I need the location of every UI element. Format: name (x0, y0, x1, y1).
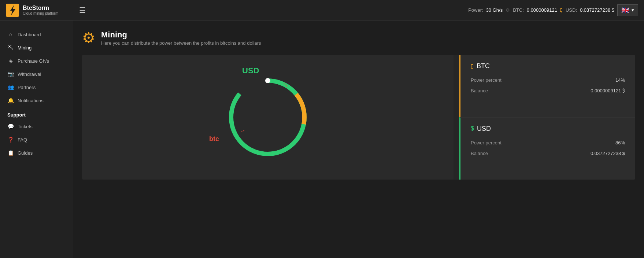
hamburger-button[interactable]: ☰ (79, 6, 86, 15)
logo-text: BtcStorm Cloud mining platform (23, 5, 58, 15)
btc-stat-card: ₿ BTC Power percent 14% Balance 0.000000… (459, 55, 635, 117)
logo-title: BtcStorm (23, 5, 58, 11)
home-icon: ⌂ (7, 32, 14, 37)
sidebar-item-notifications[interactable]: 🔔 Notifications (0, 94, 73, 107)
usd-icon: $ (471, 125, 474, 132)
sidebar-label-tickets: Tickets (18, 124, 33, 129)
usd-value-top: 0.0372727238 $ (580, 7, 614, 13)
sidebar-item-guides[interactable]: 📋 Guides (0, 146, 73, 159)
usd-power-value: 86% (615, 140, 625, 145)
faq-icon: ❓ (7, 137, 14, 143)
sidebar-label-purchase: Purchase Gh/s (18, 58, 49, 64)
sidebar-item-dashboard[interactable]: ⌂ Dashboard (0, 28, 73, 41)
bell-icon: 🔔 (7, 97, 14, 103)
sidebar-label-notifications: Notifications (18, 98, 44, 103)
usd-power-label: Power percent (471, 140, 501, 145)
sidebar-item-faq[interactable]: ❓ FAQ (0, 133, 73, 146)
usd-balance-row: Balance 0.0372727238 $ (471, 151, 625, 156)
language-button[interactable]: 🇬🇧 ▾ (617, 4, 638, 16)
btc-value: 0.0000009121 (527, 7, 557, 13)
layout: ⌂ Dashboard ⛏ Mining ◈ Purchase Gh/s 📷 W… (0, 21, 644, 258)
topbar-right: Power: 30 Gh/s ⚙ BTC: 0.0000009121 ₿ USD… (468, 4, 638, 16)
support-section-label: Support (0, 107, 73, 120)
btc-balance-label: Balance (471, 88, 488, 93)
stats-area: ₿ BTC Power percent 14% Balance 0.000000… (459, 55, 635, 180)
mining-content: USD → btc → (82, 55, 635, 180)
logo-subtitle: Cloud mining platform (23, 11, 58, 15)
boundary-dot (265, 78, 270, 83)
topbar: BtcStorm Cloud mining platform ☰ Power: … (0, 0, 644, 21)
btc-card-title: ₿ BTC (471, 62, 625, 70)
sidebar-item-purchase[interactable]: ◈ Purchase Gh/s (0, 54, 73, 67)
partners-icon: 👥 (7, 84, 14, 90)
sidebar-label-faq: FAQ (18, 137, 27, 143)
usd-card-title-text: USD (477, 125, 491, 133)
sidebar-label-guides: Guides (18, 150, 33, 156)
flag-icon: 🇬🇧 (621, 6, 629, 14)
btc-balance-row: Balance 0.0000009121 ₿ (471, 88, 625, 93)
sidebar-item-tickets[interactable]: 💬 Tickets (0, 120, 73, 133)
power-value: 30 Gh/s (486, 7, 503, 13)
sidebar-label-partners: Partners (18, 85, 36, 90)
page-title: Mining (101, 30, 261, 40)
usd-stat-card: $ USD Power percent 86% Balance 0.037272… (459, 117, 635, 180)
usd-arc (231, 81, 304, 154)
usd-chart-label: USD (242, 66, 259, 75)
page-header: ⚙ Mining Here you can distribute the pow… (82, 29, 635, 46)
mining-icon: ⛏ (7, 45, 14, 51)
sidebar: ⌂ Dashboard ⛏ Mining ◈ Purchase Gh/s 📷 W… (0, 21, 73, 258)
btc-power-value: 14% (615, 77, 625, 83)
sidebar-item-withdrawal[interactable]: 📷 Withdrawal (0, 67, 73, 81)
guides-icon: 📋 (7, 150, 14, 156)
page-header-text: Mining Here you can distribute the power… (101, 30, 261, 46)
chevron-down-icon: ▾ (632, 7, 634, 13)
sidebar-item-mining[interactable]: ⛏ Mining (0, 41, 73, 54)
donut-chart-container: USD → btc → (220, 70, 315, 165)
sidebar-item-partners[interactable]: 👥 Partners (0, 81, 73, 94)
btc-power-label: Power percent (471, 77, 501, 83)
usd-balance-value: 0.0372727238 $ (591, 151, 625, 156)
purchase-icon: ◈ (7, 58, 14, 64)
sidebar-label-withdrawal: Withdrawal (18, 71, 41, 77)
gear-icon: ⚙ (82, 29, 95, 46)
btc-icon: ₿ (471, 63, 474, 70)
main-content: ⚙ Mining Here you can distribute the pow… (73, 21, 644, 258)
usd-card-title: $ USD (471, 125, 625, 133)
usd-balance-label: Balance (471, 151, 488, 156)
usd-label-top: USD: (566, 7, 577, 13)
logo-icon (6, 4, 19, 17)
btc-card-title-text: BTC (477, 62, 490, 70)
withdrawal-icon: 📷 (7, 71, 14, 77)
power-label: Power: (468, 7, 483, 13)
usd-power-row: Power percent 86% (471, 140, 625, 145)
page-subtitle: Here you can distribute the power betwee… (101, 40, 261, 46)
btc-balance-value: 0.0000009121 ₿ (591, 88, 625, 93)
btc-label: BTC: (513, 7, 524, 13)
tickets-icon: 💬 (7, 124, 14, 129)
btc-chart-label: btc (209, 135, 219, 143)
btc-power-row: Power percent 14% (471, 77, 625, 83)
logo-area: BtcStorm Cloud mining platform (6, 4, 72, 17)
donut-svg (220, 70, 315, 165)
sidebar-label-mining: Mining (18, 45, 32, 51)
sidebar-label-dashboard: Dashboard (18, 32, 41, 37)
chart-area: USD → btc → (82, 55, 454, 180)
